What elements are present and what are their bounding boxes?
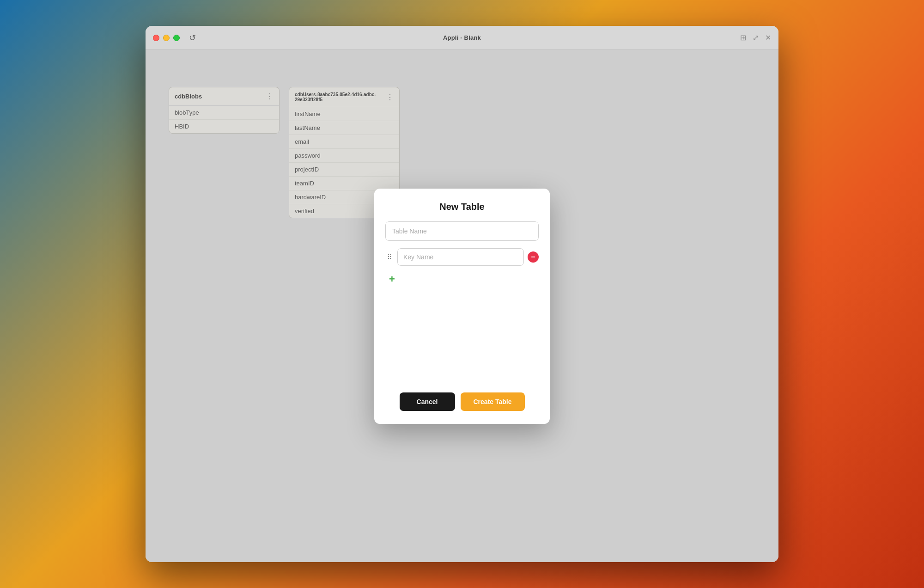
modal-title: New Table bbox=[385, 202, 539, 212]
key-name-input[interactable] bbox=[397, 248, 524, 266]
toolbar-right: ⊞ ⤢ ✕ bbox=[740, 33, 771, 42]
plus-icon: + bbox=[389, 273, 395, 285]
traffic-lights bbox=[153, 35, 180, 41]
refresh-icon[interactable]: ↺ bbox=[189, 33, 196, 43]
main-content: cdbBlobs ⋮ blobType HBID cdbUsers-8aabc7… bbox=[146, 50, 778, 562]
toolbar-left: ↺ bbox=[189, 33, 196, 43]
app-window: ↺ Appli - Blank ⊞ ⤢ ✕ cdbBlobs ⋮ blobTyp… bbox=[146, 26, 778, 562]
minimize-traffic-light[interactable] bbox=[163, 35, 170, 41]
window-close-icon[interactable]: ✕ bbox=[765, 33, 771, 42]
split-view-icon[interactable]: ⊞ bbox=[740, 33, 746, 42]
modal-overlay: New Table ⠿ − + bbox=[146, 50, 778, 562]
table-name-input[interactable] bbox=[385, 221, 539, 241]
window-title: Appli - Blank bbox=[443, 34, 481, 41]
modal-body: ⠿ − + bbox=[374, 221, 550, 383]
drag-handle-icon[interactable]: ⠿ bbox=[385, 251, 394, 263]
modal-header: New Table bbox=[374, 189, 550, 221]
canvas-area: cdbBlobs ⋮ blobType HBID cdbUsers-8aabc7… bbox=[146, 50, 778, 562]
minus-icon: − bbox=[531, 253, 535, 261]
titlebar: ↺ Appli - Blank ⊞ ⤢ ✕ bbox=[146, 26, 778, 50]
maximize-traffic-light[interactable] bbox=[173, 35, 180, 41]
create-table-button[interactable]: Create Table bbox=[461, 392, 525, 411]
expand-icon[interactable]: ⤢ bbox=[753, 33, 759, 42]
key-name-row: ⠿ − bbox=[385, 248, 539, 266]
cancel-button[interactable]: Cancel bbox=[400, 392, 455, 411]
add-key-button[interactable]: + bbox=[385, 271, 399, 287]
modal-spacer bbox=[385, 291, 539, 383]
new-table-modal: New Table ⠿ − + bbox=[374, 189, 550, 424]
remove-key-button[interactable]: − bbox=[528, 251, 539, 263]
close-traffic-light[interactable] bbox=[153, 35, 159, 41]
modal-footer: Cancel Create Table bbox=[374, 383, 550, 424]
